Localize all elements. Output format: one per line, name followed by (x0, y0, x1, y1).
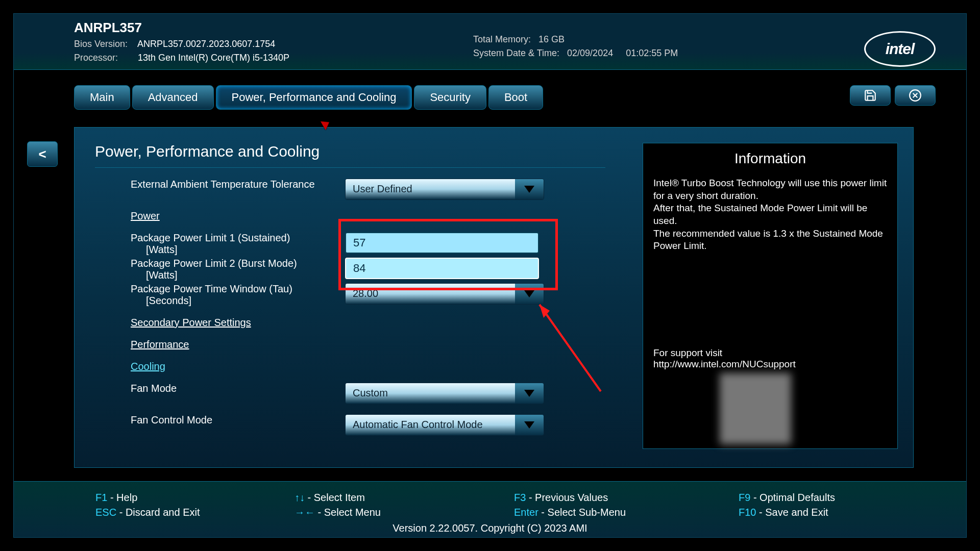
tab-power-perf-cooling[interactable]: Power, Performance and Cooling (216, 85, 412, 110)
secondary-power-link[interactable]: Secondary Power Settings (131, 317, 345, 329)
tau-value: 28.00 (346, 284, 515, 304)
support-label: For support visit (653, 347, 796, 359)
back-button[interactable]: < (27, 141, 58, 167)
arrows-ud-key: ↑↓ (295, 492, 305, 503)
bios-header: ANRPL357 Bios Version: ANRPL357.0027.202… (14, 14, 966, 70)
info-panel: Information Intel® Turbo Boost Technolog… (643, 143, 898, 449)
tab-boot[interactable]: Boot (488, 85, 543, 110)
settings-panel: Power, Performance and Cooling External … (74, 127, 914, 468)
chevron-down-icon[interactable] (515, 415, 544, 435)
chevron-down-icon[interactable] (515, 284, 544, 304)
close-circle-icon (909, 89, 922, 102)
tab-security[interactable]: Security (414, 85, 486, 110)
exit-icon-button[interactable] (895, 85, 936, 106)
arrows-lr-key: →← (295, 507, 315, 518)
enter-key: Enter (514, 507, 538, 518)
performance-link[interactable]: Performance (131, 339, 345, 350)
info-title: Information (643, 143, 897, 174)
bios-version-footer: Version 2.22.0057. Copyright (C) 2023 AM… (14, 522, 966, 534)
panel-title-divider (95, 167, 605, 168)
optimal-defaults-text: - Optimal Defaults (750, 492, 835, 503)
tau-dropdown[interactable]: 28.00 (345, 283, 544, 305)
total-memory-value: 16 GB (538, 34, 565, 44)
bios-version-label: Bios Version: (74, 39, 135, 49)
qr-code (720, 373, 791, 444)
f9-key: F9 (739, 492, 750, 503)
system-time-value: 01:02:55 PM (626, 48, 678, 58)
panel-title: Power, Performance and Cooling (95, 143, 320, 160)
fan-mode-value: Custom (346, 383, 515, 404)
chevron-down-icon[interactable] (515, 179, 544, 199)
esc-text: - Discard and Exit (116, 507, 200, 518)
intel-logo: intel (864, 31, 936, 67)
system-date-value: 02/09/2024 (567, 48, 613, 58)
save-exit-text: - Save and Exit (756, 507, 828, 518)
bios-version-value: ANRPL357.0027.2023.0607.1754 (137, 39, 275, 49)
select-item-text: - Select Item (305, 492, 365, 503)
f1-help-text: - Help (107, 492, 137, 503)
pl1-label: Package Power Limit 1 (Sustained) [Watts… (131, 232, 345, 256)
save-icon-button[interactable] (850, 85, 891, 106)
fan-mode-label: Fan Mode (131, 383, 345, 394)
esc-key: ESC (95, 507, 116, 518)
fan-control-mode-value: Automatic Fan Control Mode (346, 415, 515, 435)
pl2-input[interactable] (345, 258, 539, 279)
tab-bar: Main Advanced Power, Performance and Coo… (74, 85, 543, 110)
tau-label: Package Power Time Window (Tau) [Seconds… (131, 283, 345, 307)
ambient-temp-label: External Ambient Temperature Tolerance (131, 179, 345, 190)
previous-values-text: - Previous Values (526, 492, 608, 503)
pl2-label: Package Power Limit 2 (Burst Mode) [Watt… (131, 258, 345, 281)
save-icon (864, 89, 877, 102)
power-link[interactable]: Power (131, 210, 345, 222)
fan-mode-dropdown[interactable]: Custom (345, 383, 544, 404)
processor-label: Processor: (74, 53, 135, 63)
fan-control-mode-label: Fan Control Mode (131, 414, 345, 426)
f10-key: F10 (739, 507, 756, 518)
support-url: http://www.intel.com/NUCsupport (653, 359, 796, 370)
fan-control-mode-dropdown[interactable]: Automatic Fan Control Mode (345, 414, 544, 436)
chevron-down-icon[interactable] (515, 383, 544, 404)
tab-advanced[interactable]: Advanced (132, 85, 214, 110)
processor-value: 13th Gen Intel(R) Core(TM) i5-1340P (138, 53, 289, 63)
f3-key: F3 (514, 492, 526, 503)
system-datetime-label: System Date & Time: (473, 48, 559, 58)
select-menu-text: - Select Menu (315, 507, 381, 518)
f1-key: F1 (95, 492, 107, 503)
pl1-input[interactable] (345, 232, 539, 254)
tab-main[interactable]: Main (74, 85, 130, 110)
submenu-text: - Select Sub-Menu (538, 507, 626, 518)
board-name: ANRPL357 (74, 20, 289, 36)
total-memory-label: Total Memory: (473, 34, 531, 44)
cooling-link[interactable]: Cooling (131, 361, 345, 372)
ambient-temp-value: User Defined (346, 179, 515, 199)
footer-help-bar: F1 - Help ESC - Discard and Exit ↑↓ - Se… (14, 481, 966, 537)
ambient-temp-dropdown[interactable]: User Defined (345, 179, 544, 200)
info-body: Intel® Turbo Boost Technology will use t… (643, 174, 897, 256)
